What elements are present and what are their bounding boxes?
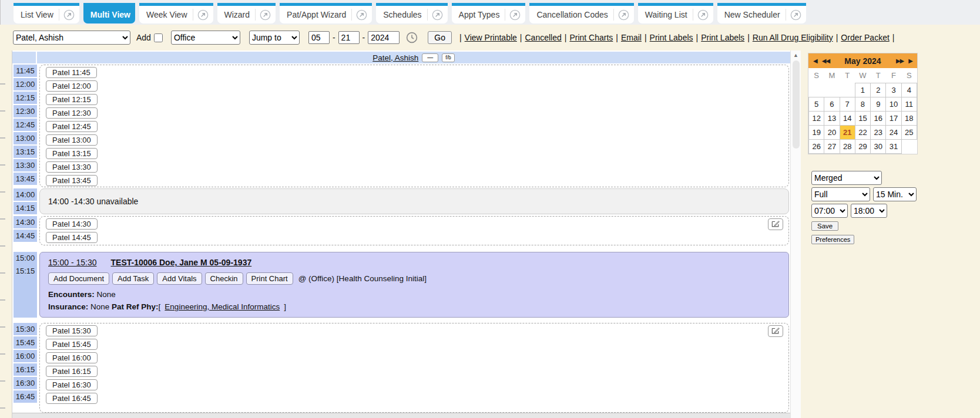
time-cell-12-30[interactable]: 12:30 [14, 105, 37, 117]
slot-button-patel-12-15[interactable]: Patel 12:15 [46, 94, 98, 105]
calendar-day-23[interactable]: 23 [871, 125, 886, 139]
scroll-up-icon[interactable]: ▲ [793, 52, 798, 58]
slot-button-patel-12-30[interactable]: Patel 12:30 [46, 107, 98, 119]
calendar-day-13[interactable]: 13 [824, 111, 840, 125]
start-time-select[interactable]: 07:00 [811, 204, 848, 218]
calendar-day-6[interactable]: 6 [824, 97, 840, 111]
calendar-day-25[interactable]: 25 [901, 125, 917, 139]
calendar-day-22[interactable]: 22 [855, 125, 870, 139]
calendar-day-18[interactable]: 18 [901, 111, 917, 125]
time-cell-15-00[interactable]: 15:00 [14, 252, 37, 265]
calendar-day-27[interactable]: 27 [824, 139, 840, 153]
edit-appointment-button[interactable] [768, 218, 783, 230]
go-button[interactable]: Go [428, 31, 452, 44]
time-cell-12-00[interactable]: 12:00 [14, 78, 37, 90]
calendar-day-16[interactable]: 16 [871, 111, 886, 125]
next-double-icon[interactable]: ▶▶ [896, 58, 904, 64]
prev-double-icon[interactable]: ◀◀ [822, 58, 830, 64]
open-in-new-icon[interactable] [432, 9, 443, 21]
open-in-new-icon[interactable] [790, 9, 801, 21]
add-checkbox[interactable] [154, 33, 163, 42]
time-cell-14-45[interactable]: 14:45 [14, 230, 37, 242]
open-in-new-icon[interactable] [697, 9, 709, 21]
time-cell-15-30[interactable]: 15:30 [14, 323, 37, 335]
tab-cancellation-codes[interactable]: Cancellation Codes [529, 3, 633, 23]
calendar-day-7[interactable]: 7 [840, 97, 855, 111]
tab-appt-types[interactable]: Appt Types [452, 3, 526, 23]
edit-appointment-button[interactable] [768, 325, 783, 337]
slot-button-patel-15-30[interactable]: Patel 15:30 [46, 325, 98, 336]
date-year-input[interactable] [368, 31, 400, 44]
calendar-day-24[interactable]: 24 [886, 125, 901, 139]
slot-button-patel-16-00[interactable]: Patel 16:00 [46, 352, 98, 363]
calendar-day-28[interactable]: 28 [840, 139, 855, 153]
next-single-icon[interactable]: ▶ [908, 58, 912, 64]
checkin-button[interactable]: Checkin [205, 272, 243, 285]
open-in-new-icon[interactable] [356, 9, 367, 21]
open-in-new-icon[interactable] [63, 9, 75, 21]
time-cell-11-45[interactable]: 11:45 [14, 65, 37, 77]
time-cell-14-00[interactable]: 14:00 [14, 188, 37, 201]
calendar-day-10[interactable]: 10 [886, 97, 901, 111]
time-cell-14-30[interactable]: 14:30 [14, 216, 37, 228]
slot-button-patel-16-30[interactable]: Patel 16:30 [46, 379, 98, 390]
vertical-scrollbar[interactable]: ▲ [790, 50, 801, 418]
open-in-new-icon[interactable] [260, 9, 271, 21]
calendar-day-3[interactable]: 3 [886, 83, 901, 97]
time-cell-16-15[interactable]: 16:15 [14, 363, 37, 376]
time-cell-13-30[interactable]: 13:30 [14, 159, 37, 171]
view-mode-select[interactable]: Merged [811, 171, 882, 185]
facility-select[interactable]: Office [171, 31, 240, 45]
scrollbar-thumb[interactable] [793, 60, 800, 149]
span-select[interactable]: Full [811, 187, 870, 201]
appointment-block[interactable]: 15:00 - 15:30TEST-10006 Doe, Jane M 05-0… [39, 252, 789, 318]
end-time-select[interactable]: 18:00 [851, 204, 887, 218]
open-in-new-icon[interactable] [618, 9, 629, 21]
calendar-day-1[interactable]: 1 [855, 83, 870, 97]
time-cell-14-15[interactable]: 14:15 [14, 202, 37, 214]
calendar-day-21[interactable]: 21 [840, 125, 855, 139]
tab-wizard[interactable]: Wizard [217, 3, 276, 23]
fb-button[interactable]: f/b [442, 53, 454, 62]
prev-single-icon[interactable]: ◀ [813, 58, 817, 64]
time-cell-13-15[interactable]: 13:15 [14, 146, 37, 158]
calendar-day-17[interactable]: 17 [886, 111, 901, 125]
appointment-time-link[interactable]: 15:00 - 15:30 [48, 258, 97, 267]
interval-select[interactable]: 15 Min. [873, 187, 917, 201]
time-cell-13-00[interactable]: 13:00 [14, 132, 37, 144]
tab-pat-appt-wizard[interactable]: Pat/Appt Wizard [280, 3, 372, 23]
slot-button-patel-13-45[interactable]: Patel 13:45 [46, 175, 98, 186]
time-cell-16-00[interactable]: 16:00 [14, 350, 37, 362]
calendar-day-11[interactable]: 11 [901, 97, 917, 111]
time-cell-15-45[interactable]: 15:45 [14, 336, 37, 349]
time-cell-16-30[interactable]: 16:30 [14, 377, 37, 389]
unavailable-block[interactable]: 14:00 -14:30 unavailable [39, 188, 789, 214]
tab-waiting-list[interactable]: Waiting List [638, 3, 713, 23]
slot-button-patel-15-45[interactable]: Patel 15:45 [46, 339, 98, 350]
open-in-new-icon[interactable] [509, 9, 521, 21]
add-task-button[interactable]: Add Task [112, 272, 154, 285]
tab-week-view[interactable]: Week View [139, 3, 213, 23]
calendar-day-2[interactable]: 2 [871, 83, 886, 97]
slot-button-patel-13-30[interactable]: Patel 13:30 [46, 161, 98, 173]
tab-new-scheduler[interactable]: New Scheduler [717, 3, 806, 23]
calendar-day-12[interactable]: 12 [809, 111, 824, 125]
jump-to-select[interactable]: Jump to [249, 31, 300, 45]
slot-button-patel-14-45[interactable]: Patel 14:45 [46, 232, 98, 243]
time-cell-12-15[interactable]: 12:15 [14, 92, 37, 104]
link-view-printable[interactable]: View Printable [465, 33, 517, 42]
link-print-labels[interactable]: Print Labels [650, 33, 693, 42]
calendar-day-19[interactable]: 19 [809, 125, 824, 139]
calendar-day-30[interactable]: 30 [871, 139, 886, 153]
slot-button-patel-11-45[interactable]: Patel 11:45 [46, 67, 97, 78]
slot-button-patel-16-45[interactable]: Patel 16:45 [46, 393, 98, 404]
time-cell-15-15[interactable]: 15:15 [14, 265, 37, 278]
calendar-day-29[interactable]: 29 [855, 139, 870, 153]
print-chart-button[interactable]: Print Chart [246, 272, 293, 285]
slot-button-patel-12-45[interactable]: Patel 12:45 [46, 121, 98, 132]
slot-button-patel-13-15[interactable]: Patel 13:15 [46, 148, 98, 159]
add-vitals-button[interactable]: Add Vitals [157, 272, 202, 285]
preferences-button[interactable]: Preferences [811, 235, 854, 244]
save-button[interactable]: Save [811, 221, 838, 231]
horizontal-scrollbar[interactable] [12, 413, 790, 418]
